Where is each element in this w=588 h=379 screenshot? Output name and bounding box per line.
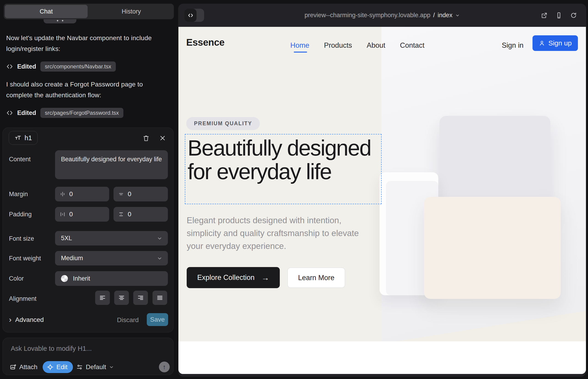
chat-message: I should also create a Forgot Password p… — [6, 79, 158, 100]
chat-sidebar: Chat History Now let's update the Navbar… — [0, 0, 178, 379]
sidebar-tab-switcher: Chat History — [4, 4, 174, 19]
site-logo[interactable]: Essence — [186, 37, 225, 48]
mobile-view-button[interactable] — [556, 12, 562, 19]
nav-link-home[interactable]: Home — [290, 41, 309, 49]
font-size-select[interactable]: 5XL — [55, 231, 168, 245]
hero-paragraph: Elegant products designed with intention… — [187, 214, 370, 253]
app-window: Chat History Now let's update the Navbar… — [0, 0, 588, 379]
explore-collection-button[interactable]: Explore Collection → — [187, 267, 280, 288]
edited-file-row[interactable]: Edited src/components/Navbar.tsx — [6, 61, 116, 72]
color-select[interactable]: Inherit — [55, 271, 168, 286]
prompt-composer: Ask Lovable to modify H1... Attach Edit … — [2, 338, 174, 375]
font-weight-value: Medium — [61, 255, 83, 262]
chevron-down-icon — [109, 364, 114, 370]
tab-history-label: History — [122, 8, 141, 15]
delete-element-button[interactable] — [142, 134, 150, 142]
padding-vertical-icon — [118, 211, 124, 217]
learn-more-label: Learn More — [298, 274, 335, 282]
align-right-button[interactable] — [133, 291, 148, 305]
margin-label: Margin — [9, 191, 28, 198]
advanced-toggle[interactable]: › Advanced — [9, 316, 44, 324]
color-swatch-icon — [61, 275, 68, 282]
url-page: index — [438, 12, 452, 19]
margin-vertical-icon — [118, 191, 124, 197]
preview-browser: preview--charming-site-symphony.lovable.… — [178, 4, 586, 377]
edited-file-chip[interactable]: src/pages/ForgotPassword.tsx — [40, 108, 124, 118]
nav-link-products[interactable]: Products — [324, 41, 352, 49]
color-label: Color — [9, 275, 24, 282]
element-editor-panel: h1 Content Beautifully designed for ever… — [2, 127, 174, 332]
padding-label: Padding — [9, 211, 32, 218]
browser-toolbar: preview--charming-site-symphony.lovable.… — [178, 4, 586, 27]
refresh-button[interactable] — [570, 12, 577, 19]
learn-more-button[interactable]: Learn More — [287, 268, 345, 288]
discard-button[interactable]: Discard — [117, 316, 139, 324]
sign-up-button[interactable]: Sign up — [532, 35, 578, 51]
edited-file-chip[interactable]: src/components/Navbar.tsx — [40, 62, 116, 72]
mode-select[interactable]: Default — [76, 361, 114, 373]
padding-y-value: 0 — [128, 211, 131, 218]
arrow-up-icon: ↑ — [163, 363, 166, 371]
chevron-right-icon: › — [9, 316, 12, 323]
nav-link-contact[interactable]: Contact — [400, 41, 424, 49]
font-weight-label: Font weight — [9, 255, 41, 262]
padding-y-input[interactable]: 0 — [113, 207, 168, 222]
url-domain: preview--charming-site-symphony.lovable.… — [305, 12, 431, 19]
code-icon — [6, 63, 13, 70]
margin-horizontal-icon — [60, 191, 66, 197]
padding-x-value: 0 — [69, 211, 73, 218]
element-tag-label: h1 — [25, 134, 32, 142]
tab-history[interactable]: History — [89, 4, 174, 19]
scrolled-chip-partial — [44, 19, 76, 23]
align-left-button[interactable] — [95, 291, 110, 305]
margin-y-input[interactable]: 0 — [113, 187, 168, 201]
decorative-card-cream — [424, 197, 561, 299]
alignment-label: Alignment — [9, 295, 36, 302]
content-label: Content — [9, 156, 31, 163]
composer-input[interactable]: Ask Lovable to modify H1... — [11, 345, 92, 352]
attach-button[interactable]: Attach — [10, 361, 37, 373]
content-input[interactable]: Beautifully designed for everyday life — [55, 150, 168, 179]
chevron-down-icon — [157, 255, 162, 261]
align-justify-button[interactable] — [153, 291, 167, 305]
sign-up-label: Sign up — [548, 39, 572, 47]
chat-message: Now let's update the Navbar component to… — [6, 32, 158, 54]
edited-file-row[interactable]: Edited src/pages/ForgotPassword.tsx — [6, 107, 123, 118]
selected-element-tag: h1 — [9, 131, 38, 145]
align-right-icon — [137, 294, 144, 301]
send-button[interactable]: ↑ — [159, 362, 170, 372]
code-icon — [6, 110, 13, 116]
color-value: Inherit — [73, 275, 90, 282]
open-external-button[interactable] — [541, 12, 548, 19]
align-center-button[interactable] — [114, 291, 129, 305]
chevron-down-icon — [455, 13, 460, 18]
element-selection-outline — [185, 134, 382, 204]
save-button[interactable]: Save — [147, 313, 168, 326]
hero-badge: PREMIUM QUALITY — [186, 117, 260, 130]
edit-label: Edit — [56, 363, 67, 371]
tab-chat[interactable]: Chat — [4, 4, 89, 19]
font-weight-select[interactable]: Medium — [55, 251, 168, 266]
attach-label: Attach — [19, 363, 37, 371]
url-separator: / — [433, 12, 435, 19]
close-editor-button[interactable] — [159, 134, 167, 142]
active-nav-underline — [294, 52, 307, 52]
sign-in-link[interactable]: Sign in — [502, 41, 524, 49]
margin-x-value: 0 — [69, 190, 73, 198]
edited-label: Edited — [17, 63, 36, 70]
tab-chat-label: Chat — [40, 8, 53, 15]
align-left-icon — [99, 294, 106, 301]
edit-mode-button[interactable]: Edit — [43, 361, 73, 373]
padding-horizontal-icon — [60, 211, 66, 217]
margin-y-value: 0 — [128, 190, 131, 198]
nav-link-about[interactable]: About — [367, 41, 385, 49]
margin-x-input[interactable]: 0 — [55, 187, 109, 201]
site-nav: Home Products About Contact — [290, 41, 424, 49]
url-bar[interactable]: preview--charming-site-symphony.lovable.… — [178, 4, 586, 27]
site-viewport: Essence Home Products About Contact Sign… — [178, 27, 586, 374]
target-icon — [47, 364, 54, 371]
explore-collection-label: Explore Collection — [197, 273, 255, 282]
attach-image-icon — [10, 364, 16, 371]
arrow-right-icon: → — [262, 273, 269, 282]
padding-x-input[interactable]: 0 — [55, 207, 109, 222]
